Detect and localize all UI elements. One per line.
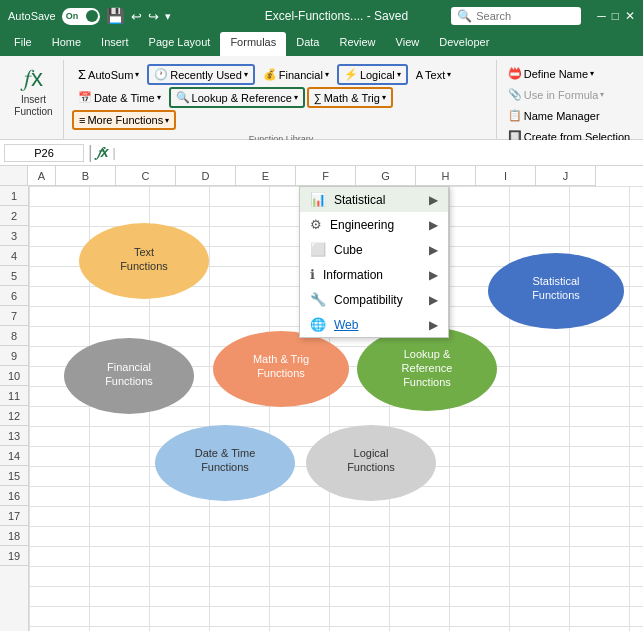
row-header-3: 3 <box>0 226 28 246</box>
name-manager-icon: 📋 <box>508 109 522 122</box>
tab-developer[interactable]: Developer <box>429 32 499 56</box>
close-icon[interactable]: ✕ <box>625 9 635 23</box>
lookup-reference-button[interactable]: 🔍 Lookup & Reference ▾ <box>169 87 305 108</box>
title-bar-left: AutoSave On 💾 ↩ ↪ ▾ <box>8 7 222 25</box>
define-name-icon: 📛 <box>508 67 522 80</box>
undo-icon[interactable]: ↩ <box>131 9 142 24</box>
use-in-formula-icon: 📎 <box>508 88 522 101</box>
compatibility-item[interactable]: 🔧 Compatibility ▶ <box>300 287 448 312</box>
row-header-2: 2 <box>0 206 28 226</box>
row-header-9: 9 <box>0 346 28 366</box>
tab-page-layout[interactable]: Page Layout <box>139 32 221 56</box>
save-icon[interactable]: 💾 <box>106 7 125 25</box>
tab-home[interactable]: Home <box>42 32 91 56</box>
redo-icon[interactable]: ↪ <box>148 9 159 24</box>
title-bar: AutoSave On 💾 ↩ ↪ ▾ Excel-Functions.... … <box>0 0 643 32</box>
text-icon: A <box>416 69 423 81</box>
autosave-toggle[interactable]: On <box>62 8 100 25</box>
tab-formulas[interactable]: Formulas <box>220 32 286 56</box>
more-functions-button[interactable]: ≡ More Functions ▾ <box>72 110 176 130</box>
statistical-arrow: ▶ <box>429 193 438 207</box>
date-time-button[interactable]: 📅 Date & Time ▾ <box>72 87 167 108</box>
formula-bar-separator: | <box>112 146 115 160</box>
search-input[interactable] <box>476 10 556 22</box>
tab-view[interactable]: View <box>386 32 430 56</box>
engineering-arrow: ▶ <box>429 218 438 232</box>
logical-label: Logical <box>360 69 395 81</box>
autosum-button[interactable]: Σ AutoSum ▾ <box>72 64 145 85</box>
tab-file[interactable]: File <box>4 32 42 56</box>
col-header-a: A <box>28 166 56 186</box>
search-box[interactable]: 🔍 <box>451 7 581 25</box>
grid-wrapper: 1 2 3 4 5 6 7 8 9 10 11 12 13 14 15 16 1 <box>0 186 643 631</box>
row-header-16: 16 <box>0 486 28 506</box>
math-trig-icon: ∑ <box>314 92 322 104</box>
logical-arrow: ▾ <box>397 70 401 79</box>
recently-used-icon: 🕐 <box>154 68 168 81</box>
restore-icon[interactable]: □ <box>612 9 619 23</box>
row-header-14: 14 <box>0 446 28 466</box>
date-time-arrow: ▾ <box>157 93 161 102</box>
row-header-19: 19 <box>0 546 28 566</box>
recently-used-label: Recently Used <box>170 69 242 81</box>
cube-item[interactable]: ⬜ Cube ▶ <box>300 237 448 262</box>
file-title: Excel-Functions.... - Saved <box>230 9 444 23</box>
col-header-h: H <box>416 166 476 186</box>
toggle-on-label: On <box>66 11 79 21</box>
row-header-12: 12 <box>0 406 28 426</box>
col-header-e: E <box>236 166 296 186</box>
name-box[interactable] <box>4 144 84 162</box>
statistical-item[interactable]: 📊 Statistical ▶ <box>300 187 448 212</box>
formula-bar-divider: | <box>88 142 93 163</box>
logical-icon: ⚡ <box>344 68 358 81</box>
compatibility-arrow: ▶ <box>429 293 438 307</box>
text-label: Text <box>425 69 445 81</box>
text-button[interactable]: A Text ▾ <box>410 64 458 85</box>
row-header-7: 7 <box>0 306 28 326</box>
spreadsheet-main: A B C D E F G H I J 1 2 3 4 5 <box>0 166 643 631</box>
cube-icon: ⬜ <box>310 242 326 257</box>
tab-insert[interactable]: Insert <box>91 32 139 56</box>
more-fn-label: More Functions <box>87 114 163 126</box>
tab-review[interactable]: Review <box>329 32 385 56</box>
use-in-formula-arrow: ▾ <box>600 90 604 99</box>
corner-cell <box>0 166 28 186</box>
statistical-icon: 📊 <box>310 192 326 207</box>
math-trig-button[interactable]: ∑ Math & Trig ▾ <box>307 87 393 108</box>
col-header-i: I <box>476 166 536 186</box>
define-name-label: Define Name <box>524 68 588 80</box>
col-header-g: G <box>356 166 416 186</box>
content-area: A B C D E F G H I J 1 2 3 4 5 <box>0 166 643 631</box>
use-in-formula-button[interactable]: 📎 Use in Formula ▾ <box>502 85 636 104</box>
row-header-18: 18 <box>0 526 28 546</box>
recently-used-button[interactable]: 🕐 Recently Used ▾ <box>147 64 255 85</box>
ribbon-tabs: File Home Insert Page Layout Formulas Da… <box>0 32 643 56</box>
information-label: Information <box>323 268 383 282</box>
name-manager-button[interactable]: 📋 Name Manager <box>502 106 636 125</box>
financial-button[interactable]: 💰 Financial ▾ <box>257 64 335 85</box>
compatibility-label: Compatibility <box>334 293 403 307</box>
cube-arrow: ▶ <box>429 243 438 257</box>
grid-cells: Text Functions Financial Functions Math … <box>29 186 643 631</box>
minimize-icon[interactable]: ─ <box>597 9 606 23</box>
formula-input[interactable] <box>120 146 639 160</box>
use-in-formula-label: Use in Formula <box>524 89 599 101</box>
web-arrow: ▶ <box>429 318 438 332</box>
information-item[interactable]: ℹ Information ▶ <box>300 262 448 287</box>
web-item[interactable]: 🌐 Web ▶ <box>300 312 448 337</box>
engineering-item[interactable]: ⚙ Engineering ▶ <box>300 212 448 237</box>
fx-button[interactable]: 𝑓x <box>97 144 109 161</box>
logical-button[interactable]: ⚡ Logical ▾ <box>337 64 408 85</box>
quick-access-more[interactable]: ▾ <box>165 10 171 23</box>
autosum-arrow: ▾ <box>135 70 139 79</box>
function-library-buttons: Σ AutoSum ▾ 🕐 Recently Used ▾ 💰 Financia… <box>72 60 490 134</box>
insert-fn-label: InsertFunction <box>14 94 52 118</box>
name-manager-label: Name Manager <box>524 110 600 122</box>
insert-function-button[interactable]: 𝑓x InsertFunction <box>6 60 60 122</box>
financial-label: Financial <box>279 69 323 81</box>
row-header-6: 6 <box>0 286 28 306</box>
col-header-c: C <box>116 166 176 186</box>
tab-data[interactable]: Data <box>286 32 329 56</box>
defined-names-buttons: 📛 Define Name ▾ 📎 Use in Formula ▾ 📋 Nam… <box>502 60 636 150</box>
define-name-button[interactable]: 📛 Define Name ▾ <box>502 64 636 83</box>
